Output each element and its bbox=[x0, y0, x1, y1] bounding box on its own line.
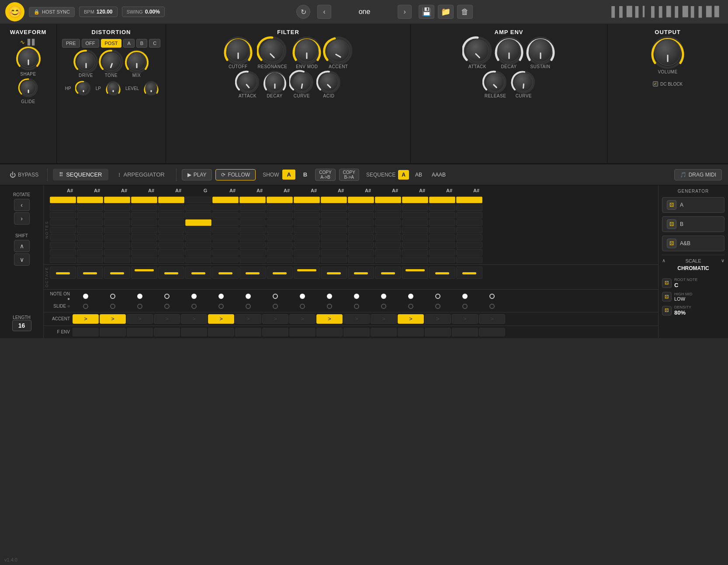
accent-cell-5[interactable]: > bbox=[208, 314, 234, 324]
accent-cell-11[interactable]: > bbox=[371, 314, 397, 324]
active-step-12[interactable] bbox=[375, 197, 401, 203]
note-cell-1-8[interactable] bbox=[267, 212, 293, 218]
note-cell-6-15[interactable] bbox=[456, 249, 482, 256]
fenv-cell-1[interactable] bbox=[100, 328, 126, 336]
filter-decay-knob[interactable] bbox=[265, 73, 284, 92]
b-button-dist[interactable]: B bbox=[136, 39, 147, 48]
prev-preset-button[interactable]: ‹ bbox=[317, 5, 331, 19]
note-cell-4-12[interactable] bbox=[375, 234, 401, 241]
note-cell-0-9[interactable] bbox=[294, 205, 320, 211]
shift-down-button[interactable]: ∨ bbox=[14, 253, 30, 266]
note-cell-7-12[interactable] bbox=[375, 257, 401, 263]
note-on-cell-7[interactable] bbox=[262, 292, 288, 300]
active-step-9[interactable] bbox=[294, 197, 320, 203]
drive-knob[interactable] bbox=[76, 52, 96, 71]
accent-cell-0[interactable]: > bbox=[73, 314, 99, 324]
note-cell-2-14[interactable] bbox=[429, 219, 455, 226]
note-cell-2-1[interactable] bbox=[77, 219, 103, 226]
slide-cell-4[interactable] bbox=[181, 302, 207, 310]
cutoff-knob[interactable] bbox=[226, 39, 250, 62]
note-cell-2-10[interactable] bbox=[321, 219, 347, 226]
note-cell-2-5[interactable] bbox=[185, 219, 211, 226]
arpeggiator-tab[interactable]: ⫶ ARPEGGIATOR bbox=[112, 169, 171, 180]
fenv-cell-9[interactable] bbox=[316, 328, 343, 336]
level-knob[interactable] bbox=[145, 82, 157, 94]
fenv-cell-4[interactable] bbox=[181, 328, 207, 336]
note-cell-5-0[interactable] bbox=[50, 242, 76, 248]
note-cell-4-8[interactable] bbox=[267, 234, 293, 241]
accent-cell-3[interactable]: > bbox=[154, 314, 180, 324]
note-cell-6-10[interactable] bbox=[321, 249, 347, 256]
scale-up-icon[interactable]: ∧ bbox=[662, 258, 666, 263]
note-cell-2-7[interactable] bbox=[239, 219, 266, 226]
accent-cell-8[interactable]: > bbox=[289, 314, 315, 324]
note-cell-4-10[interactable] bbox=[321, 234, 347, 241]
note-cell-2-4[interactable] bbox=[158, 219, 184, 226]
seq-aaab-option[interactable]: AAAB bbox=[428, 170, 449, 180]
note-cell-5-13[interactable] bbox=[402, 242, 428, 248]
note-cell-0-0[interactable] bbox=[50, 205, 76, 211]
refresh-button[interactable]: ↻ bbox=[296, 5, 310, 19]
note-cell-0-11[interactable] bbox=[348, 205, 374, 211]
note-cell-6-1[interactable] bbox=[77, 249, 103, 256]
octave-cell-8[interactable] bbox=[267, 267, 293, 279]
note-cell-2-8[interactable] bbox=[267, 219, 293, 226]
note-cell-5-4[interactable] bbox=[158, 242, 184, 248]
active-step-1[interactable] bbox=[77, 197, 103, 203]
fenv-cell-7[interactable] bbox=[262, 328, 288, 336]
show-b-button[interactable]: B bbox=[299, 170, 312, 180]
note-cell-6-11[interactable] bbox=[348, 249, 374, 256]
shift-up-button[interactable]: ∧ bbox=[14, 240, 30, 252]
active-step-13[interactable] bbox=[402, 197, 428, 203]
fenv-cell-2[interactable] bbox=[127, 328, 153, 336]
slide-cell-13[interactable] bbox=[425, 302, 451, 310]
note-cell-4-7[interactable] bbox=[239, 234, 266, 241]
note-cell-6-8[interactable] bbox=[267, 249, 293, 256]
note-cell-2-9[interactable] bbox=[294, 219, 320, 226]
rotate-left-button[interactable]: ‹ bbox=[14, 199, 30, 211]
note-cell-1-3[interactable] bbox=[131, 212, 157, 218]
accent-cell-2[interactable]: > bbox=[127, 314, 153, 324]
note-cell-0-4[interactable] bbox=[158, 205, 184, 211]
note-cell-1-1[interactable] bbox=[77, 212, 103, 218]
note-cell-1-2[interactable] bbox=[104, 212, 130, 218]
tone-knob[interactable] bbox=[102, 52, 121, 71]
fenv-cell-8[interactable] bbox=[289, 328, 315, 336]
accent-cell-10[interactable]: > bbox=[343, 314, 370, 324]
note-cell-4-6[interactable] bbox=[212, 234, 239, 241]
note-cell-5-10[interactable] bbox=[321, 242, 347, 248]
note-cell-1-13[interactable] bbox=[402, 212, 428, 218]
octave-cell-6[interactable] bbox=[212, 267, 239, 279]
octave-cell-10[interactable] bbox=[321, 267, 347, 279]
note-cell-1-9[interactable] bbox=[294, 212, 320, 218]
note-cell-5-3[interactable] bbox=[131, 242, 157, 248]
note-cell-3-11[interactable] bbox=[348, 227, 374, 233]
slide-cell-6[interactable] bbox=[235, 302, 261, 310]
slide-cell-14[interactable] bbox=[452, 302, 478, 310]
lp-knob[interactable] bbox=[107, 82, 119, 94]
note-cell-7-10[interactable] bbox=[321, 257, 347, 263]
save-button[interactable]: 💾 bbox=[419, 5, 434, 19]
note-cell-7-7[interactable] bbox=[239, 257, 266, 263]
slide-cell-0[interactable] bbox=[73, 302, 99, 310]
note-cell-7-3[interactable] bbox=[131, 257, 157, 263]
note-cell-5-8[interactable] bbox=[267, 242, 293, 248]
note-on-cell-11[interactable] bbox=[371, 292, 397, 300]
note-cell-1-15[interactable] bbox=[456, 212, 482, 218]
drag-midi-button[interactable]: 🎵 DRAG MIDI bbox=[674, 169, 722, 180]
fenv-cell-3[interactable] bbox=[154, 328, 180, 336]
note-cell-0-14[interactable] bbox=[429, 205, 455, 211]
seq-a-option[interactable]: A bbox=[398, 170, 409, 180]
glide-knob[interactable] bbox=[21, 80, 36, 96]
density-gen-icon[interactable]: ⚄ bbox=[662, 306, 672, 315]
shape-knob[interactable] bbox=[18, 48, 38, 68]
note-cell-7-0[interactable] bbox=[50, 257, 76, 263]
show-a-button[interactable]: A bbox=[282, 170, 295, 180]
active-step-5[interactable] bbox=[185, 197, 211, 203]
note-cell-4-15[interactable] bbox=[456, 234, 482, 241]
note-on-cell-9[interactable] bbox=[316, 292, 343, 300]
octave-cell-9[interactable] bbox=[294, 267, 320, 279]
note-cell-2-11[interactable] bbox=[348, 219, 374, 226]
note-cell-7-5[interactable] bbox=[185, 257, 211, 263]
accent-cell-1[interactable]: > bbox=[100, 314, 126, 324]
